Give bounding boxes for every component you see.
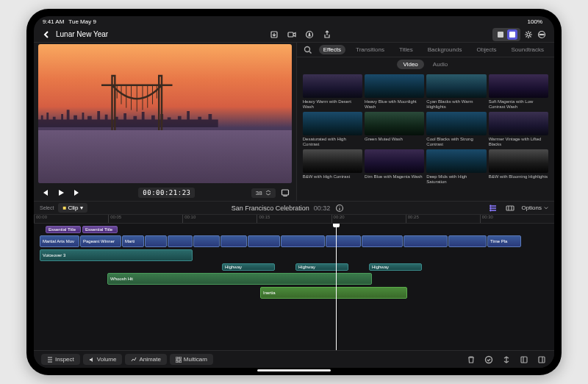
tab-effects[interactable]: Effects bbox=[319, 45, 345, 54]
browser-search-icon[interactable] bbox=[303, 45, 313, 55]
effect-item[interactable]: Cool Blacks with Strong Contrast bbox=[426, 112, 486, 147]
playhead[interactable] bbox=[336, 224, 337, 350]
svg-point-8 bbox=[527, 33, 530, 36]
timeline-clip[interactable]: Highway bbox=[295, 263, 348, 271]
timeline-clip[interactable] bbox=[448, 235, 487, 247]
timeline-clip[interactable] bbox=[362, 235, 403, 247]
svg-rect-22 bbox=[176, 360, 178, 363]
timeline-clip[interactable]: Voiceover 3 bbox=[40, 249, 193, 261]
ruler-mark: 00:20 bbox=[331, 215, 406, 223]
fullscreen-icon[interactable] bbox=[280, 188, 290, 198]
effect-item[interactable]: Green Muted Wash bbox=[365, 112, 424, 147]
timeline-clip[interactable]: Highway bbox=[222, 263, 275, 271]
timeline-clip[interactable]: Essential Title bbox=[46, 226, 81, 233]
settings-icon[interactable] bbox=[523, 29, 534, 40]
timeline-clip[interactable] bbox=[220, 235, 247, 247]
effect-thumb bbox=[365, 112, 424, 135]
effect-item[interactable]: Cyan Blacks with Warm Highlights bbox=[426, 74, 486, 110]
effect-label: Desaturated with High Contrast bbox=[303, 137, 362, 147]
volume-button[interactable]: Volume bbox=[83, 354, 123, 365]
project-duration: 00:32 bbox=[314, 205, 331, 212]
svg-rect-26 bbox=[539, 357, 545, 363]
trash-icon[interactable] bbox=[466, 355, 476, 365]
rate-box[interactable]: 38 bbox=[251, 188, 276, 198]
back-icon[interactable] bbox=[41, 29, 51, 40]
timeline-clip[interactable] bbox=[248, 235, 280, 247]
checkmark-icon[interactable] bbox=[484, 355, 494, 365]
timeline-clip[interactable] bbox=[145, 235, 167, 247]
skip-forward-icon[interactable] bbox=[72, 188, 82, 198]
skip-back-icon[interactable] bbox=[40, 188, 50, 198]
tab-transitions[interactable]: Transitions bbox=[351, 45, 389, 54]
rate-value: 38 bbox=[256, 190, 262, 196]
tab-objects[interactable]: Objects bbox=[472, 45, 501, 54]
project-title: Lunar New Year bbox=[56, 30, 108, 38]
effect-item[interactable]: Heavy Blue with Moonlight Wash bbox=[365, 74, 424, 110]
timeline-clip[interactable]: Essential Title bbox=[82, 226, 118, 233]
effect-item[interactable]: Warmer Vintage with Lifted Blacks bbox=[489, 112, 548, 147]
effect-thumb bbox=[489, 74, 548, 98]
tab-titles[interactable]: Titles bbox=[395, 45, 417, 54]
effect-item[interactable]: Deep Mids with High Saturation bbox=[426, 149, 486, 185]
effect-item[interactable]: Soft Magenta with Low Contrast Wash bbox=[489, 74, 548, 110]
status-time: 9:41 AM bbox=[43, 18, 64, 25]
timeline-clip[interactable]: Time Pla bbox=[487, 235, 521, 247]
import-icon[interactable] bbox=[269, 29, 279, 40]
multicam-button[interactable]: Multicam bbox=[170, 354, 213, 365]
play-icon[interactable] bbox=[56, 188, 66, 198]
timeline-clip[interactable] bbox=[168, 235, 193, 247]
audio-track-2: HighwayHighwayHighway bbox=[40, 263, 548, 271]
timeline-ruler[interactable]: 00:0000:0500:1000:1500:2000:2500:30 bbox=[34, 215, 554, 224]
effect-item[interactable]: Desaturated with High Contrast bbox=[303, 112, 362, 147]
timeline-clip[interactable] bbox=[193, 235, 220, 247]
effect-label: Cyan Blacks with Warm Highlights bbox=[426, 99, 486, 110]
svg-point-12 bbox=[542, 34, 543, 35]
effect-thumb bbox=[489, 149, 548, 173]
subtab-audio[interactable]: Audio bbox=[427, 60, 453, 69]
index-icon[interactable] bbox=[489, 203, 499, 213]
tab-backgrounds[interactable]: Backgrounds bbox=[423, 45, 467, 54]
zoom-icon[interactable] bbox=[505, 203, 515, 213]
effect-thumb bbox=[426, 112, 486, 135]
share-icon[interactable] bbox=[322, 29, 332, 40]
layout-browser-icon[interactable] bbox=[495, 29, 506, 40]
timeline-clip[interactable]: Martial Arts Mov bbox=[40, 235, 79, 247]
more-icon[interactable] bbox=[537, 29, 547, 40]
inspect-button[interactable]: Inspect bbox=[41, 354, 80, 365]
video-preview[interactable] bbox=[38, 44, 292, 183]
timeline-clip[interactable]: Whoosh Hit bbox=[107, 273, 372, 285]
trim-end-icon[interactable] bbox=[537, 355, 547, 365]
camera-icon[interactable] bbox=[287, 29, 297, 40]
subtab-video[interactable]: Video bbox=[397, 60, 423, 69]
split-icon[interactable] bbox=[501, 355, 512, 365]
timeline-clip[interactable] bbox=[404, 235, 448, 247]
timeline-clip[interactable]: Pageant Winner bbox=[80, 235, 121, 247]
voiceover-icon[interactable] bbox=[304, 29, 315, 40]
trim-start-icon[interactable] bbox=[519, 355, 529, 365]
timeline[interactable]: Essential TitleEssential Title Martial A… bbox=[34, 224, 554, 350]
svg-point-11 bbox=[541, 34, 542, 35]
svg-point-14 bbox=[304, 46, 309, 51]
status-date: Tue May 9 bbox=[68, 18, 96, 25]
timeline-clip[interactable]: Marti bbox=[122, 235, 144, 247]
timeline-clip[interactable] bbox=[281, 235, 325, 247]
effect-label: Green Muted Wash bbox=[365, 137, 424, 147]
animate-button[interactable]: Animate bbox=[125, 354, 166, 365]
layout-inspector-icon[interactable] bbox=[507, 29, 517, 40]
options-button[interactable]: Options bbox=[521, 205, 548, 211]
effect-item[interactable]: B&W with Blooming Highlights bbox=[489, 149, 548, 185]
effect-item[interactable]: Dim Blue with Magenta Wash bbox=[365, 149, 424, 185]
info-icon[interactable] bbox=[334, 203, 345, 213]
tab-soundtracks[interactable]: Soundtracks bbox=[507, 45, 548, 54]
timecode-display[interactable]: 00:00:21:23 bbox=[138, 188, 195, 198]
timeline-clip[interactable]: Highway bbox=[369, 263, 422, 271]
effect-thumb bbox=[489, 112, 548, 135]
timeline-clip[interactable]: Inertia bbox=[260, 287, 407, 299]
effect-item[interactable]: B&W with High Contrast bbox=[303, 149, 362, 185]
timeline-clip[interactable] bbox=[326, 235, 361, 247]
project-name: San Francisco Celebration bbox=[232, 205, 309, 212]
effect-item[interactable]: Heavy Warm with Desert Wash bbox=[303, 74, 362, 110]
clip-tag[interactable]: ■ Clip ▾ bbox=[58, 203, 87, 213]
svg-rect-20 bbox=[176, 357, 178, 359]
audio-track-3: Whoosh Hit bbox=[40, 272, 548, 285]
